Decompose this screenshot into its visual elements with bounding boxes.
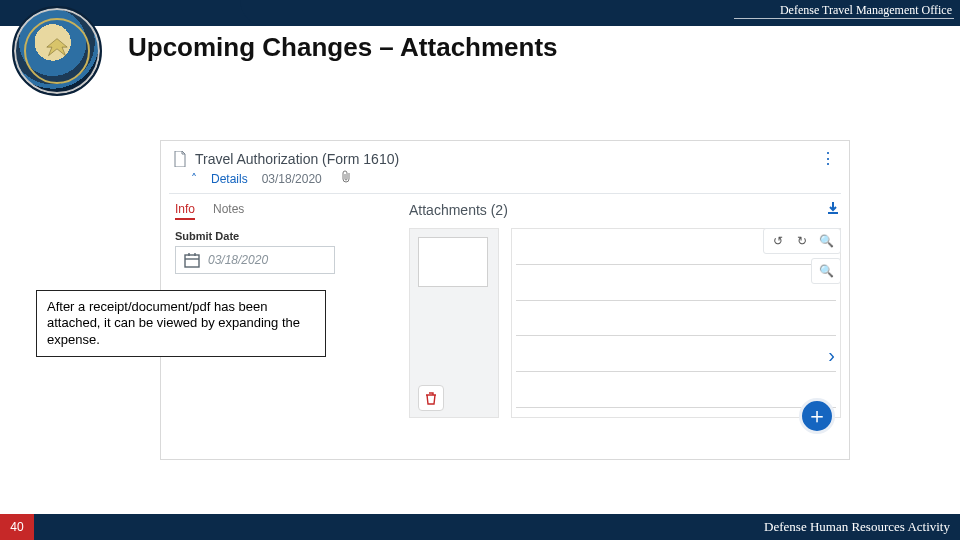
header-underline bbox=[734, 18, 954, 19]
doc-title: Travel Authorization (Form 1610) bbox=[195, 151, 399, 167]
submit-date-field[interactable]: 03/18/2020 bbox=[175, 246, 335, 274]
footer-bar: 40 Defense Human Resources Activity bbox=[0, 514, 960, 540]
submit-date-value: 03/18/2020 bbox=[208, 253, 268, 267]
header-org: Defense Travel Management Office bbox=[780, 3, 952, 18]
annotation-callout: After a receipt/document/pdf has been at… bbox=[36, 290, 326, 357]
zoom-in-icon[interactable]: 🔍 bbox=[817, 232, 835, 250]
viewer-toolbar: ↺ ↻ 🔍 🔍 bbox=[763, 228, 841, 284]
tab-info[interactable]: Info bbox=[175, 202, 195, 220]
slide-title: Upcoming Changes – Attachments bbox=[128, 32, 558, 63]
document-icon bbox=[173, 151, 187, 167]
svg-rect-0 bbox=[185, 255, 199, 267]
eagle-icon bbox=[40, 35, 74, 61]
footer-org: Defense Human Resources Activity bbox=[764, 519, 950, 535]
collapse-caret-icon[interactable]: ˄ bbox=[191, 172, 197, 186]
next-attachment-icon[interactable]: › bbox=[828, 344, 835, 367]
details-link[interactable]: Details bbox=[211, 172, 248, 186]
rotate-left-icon[interactable]: ↺ bbox=[769, 232, 787, 250]
attachments-heading: Attachments (2) bbox=[409, 202, 839, 218]
details-date: 03/18/2020 bbox=[262, 172, 322, 186]
tab-notes[interactable]: Notes bbox=[213, 202, 244, 220]
submit-date-label: Submit Date bbox=[175, 230, 383, 242]
add-attachment-button[interactable]: ＋ bbox=[799, 398, 835, 434]
paperclip-icon bbox=[340, 170, 352, 187]
delete-attachment-button[interactable] bbox=[418, 385, 444, 411]
zoom-out-icon[interactable]: 🔍 bbox=[817, 262, 835, 280]
dod-seal bbox=[12, 6, 102, 96]
download-icon[interactable] bbox=[825, 200, 841, 220]
rotate-right-icon[interactable]: ↻ bbox=[793, 232, 811, 250]
attachment-thumbnail[interactable] bbox=[409, 228, 499, 418]
more-menu-icon[interactable]: ⋮ bbox=[820, 149, 837, 168]
page-number: 40 bbox=[0, 514, 34, 540]
calendar-icon bbox=[184, 252, 200, 268]
